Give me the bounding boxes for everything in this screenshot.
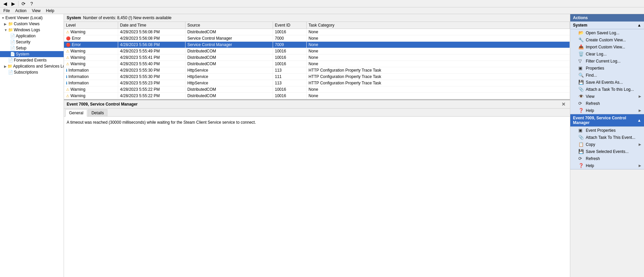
cell-source: DistributedCOM [185,48,273,54]
action-clear-log[interactable]: 🗑️ Clear Log... [570,50,644,57]
events-section: Level Date and Time Source Event ID Task… [64,22,570,100]
level-icon: ⚠ [66,30,69,34]
action-find[interactable]: 🔍 Find... [570,72,644,79]
cell-level: ⚠ Warning [64,48,118,54]
attach-task-log-icon: 📎 [578,87,584,92]
actions-section-event-header[interactable]: Event 7009, Service Control Manager ▲ [570,114,644,127]
help-toolbar-button[interactable]: ? [28,0,35,7]
sidebar-label: Application [16,34,36,38]
action-open-saved-log[interactable]: 📂 Open Saved Log... [570,29,644,36]
level-icon: ℹ [66,68,67,72]
action-save-all-events[interactable]: 💾 Save All Events As... [570,79,644,86]
action-view[interactable]: 👁️ View ▶ [570,93,644,100]
action-copy[interactable]: 📋 Copy ▶ [570,141,644,148]
actions-section-event-label: Event 7009, Service Control Manager [573,116,637,125]
table-row[interactable]: ⚠ Warning 4/28/2023 5:55:49 PM Distribut… [64,48,570,54]
content-area: System Number of events: 8,450 (!) New e… [64,14,570,277]
sidebar-doc-icon: 📄 [10,46,15,50]
action-event-properties[interactable]: ▣ Event Properties [570,127,644,134]
table-row[interactable]: 🔴 Error 4/28/2023 5:56:08 PM Service Con… [64,35,570,42]
cell-source: HttpService [185,80,273,86]
sidebar-item-setup[interactable]: 📄 Setup [0,45,64,51]
view-menu[interactable]: View [29,8,43,14]
col-datetime[interactable]: Date and Time [118,22,185,29]
back-button[interactable]: ◀ [1,0,9,7]
sidebar: ▼ Event Viewer (Local) ▶ 📁 Custom Views … [0,14,64,277]
sidebar-item-windows-logs[interactable]: ▼ 📁 Windows Logs [0,27,64,33]
action-properties[interactable]: ▣ Properties [570,65,644,72]
action-help-event[interactable]: ❓ Help ▶ [570,162,644,169]
table-row[interactable]: 🔴 Error 4/28/2023 5:56:08 PM Service Con… [64,42,570,48]
cell-source: DistributedCOM [185,54,273,61]
sidebar-label: Applications and Services Lo... [13,64,64,69]
sidebar-label: Windows Logs [14,28,40,32]
actions-section-system-header[interactable]: System ▲ [570,22,644,29]
table-row[interactable]: ℹ Information 4/28/2023 5:55:30 PM HttpS… [64,74,570,80]
cell-level: ℹ Information [64,67,118,74]
tab-general[interactable]: General [65,109,87,117]
file-menu[interactable]: File [1,8,12,14]
detail-close-button[interactable]: ✕ [560,101,567,107]
sidebar-item-application[interactable]: 📄 Application [0,33,64,39]
help-menu[interactable]: Help [43,8,57,14]
col-eventid[interactable]: Event ID [273,22,306,29]
refresh-system-icon: ⟳ [578,101,584,106]
action-import-custom-view[interactable]: 📥 Import Custom View... [570,43,644,50]
cell-level: ℹ Information [64,80,118,86]
find-icon: 🔍 [578,73,584,78]
action-attach-task-event[interactable]: 📎 Attach Task To This Event... [570,134,644,141]
tab-details[interactable]: Details [88,109,108,116]
table-row[interactable]: ℹ Information 4/28/2023 5:55:30 PM HttpS… [64,67,570,74]
cell-source: DistributedCOM [185,61,273,67]
col-source[interactable]: Source [185,22,273,29]
action-filter-current-log[interactable]: ▽ Filter Current Log... [570,57,644,65]
action-create-custom-view[interactable]: 🔧 Create Custom View... [570,36,644,43]
events-table: Level Date and Time Source Event ID Task… [64,22,570,99]
attach-task-event-icon: 📎 [578,135,584,140]
detail-title: Event 7009, Service Control Manager [67,102,138,107]
col-taskcategory[interactable]: Task Category [306,22,570,29]
actions-section-event: Event 7009, Service Control Manager ▲ ▣ … [570,114,644,169]
help-event-icon: ❓ [578,163,584,168]
level-icon: ℹ [66,75,67,79]
cell-datetime: 4/28/2023 5:56:08 PM [118,35,185,42]
cell-taskcategory: None [306,93,570,99]
actions-section-system: System ▲ 📂 Open Saved Log... 🔧 Create Cu… [570,22,644,114]
refresh-toolbar-button[interactable]: ⟳ [20,0,27,7]
sidebar-item-event-viewer[interactable]: ▼ Event Viewer (Local) [0,15,64,21]
table-row[interactable]: ℹ Information 4/28/2023 5:55:23 PM HttpS… [64,80,570,86]
cell-source: HttpService [185,67,273,74]
action-refresh-event[interactable]: ⟳ Refresh [570,155,644,162]
action-label: Save Selected Events... [586,149,629,154]
table-row[interactable]: ⚠ Warning 4/28/2023 5:55:41 PM Distribut… [64,54,570,61]
forward-button[interactable]: ▶ [9,0,17,7]
cell-eventid: 7000 [273,35,306,42]
sidebar-item-system[interactable]: 📄 System [0,51,64,57]
sidebar-item-subscriptions[interactable]: 📄 Subscriptions [0,69,64,75]
events-table-container[interactable]: Level Date and Time Source Event ID Task… [64,22,570,99]
submenu-arrow-icon: ▶ [639,143,641,146]
table-row[interactable]: ⚠ Warning 4/28/2023 5:55:22 PM Distribut… [64,93,570,99]
sidebar-item-security[interactable]: 📄 Security [0,39,64,45]
sidebar-label: Custom Views [14,22,39,26]
sidebar-item-applications-services[interactable]: ▶ 📁 Applications and Services Lo... [0,63,64,69]
table-row[interactable]: ⚠ Warning 4/28/2023 5:56:08 PM Distribut… [64,29,570,35]
action-attach-task-log[interactable]: 📎 Attach a Task To this Log... [570,86,644,93]
table-row[interactable]: ⚠ Warning 4/28/2023 5:55:22 PM Distribut… [64,86,570,93]
action-label: Attach Task To This Event... [586,135,635,140]
col-level[interactable]: Level [64,22,118,29]
sidebar-item-custom-views[interactable]: ▶ 📁 Custom Views [0,21,64,27]
sidebar-item-forwarded-events[interactable]: 📄 Forwarded Events [0,57,64,63]
action-help-system[interactable]: ❓ Help ▶ [570,107,644,114]
table-row[interactable]: ⚠ Warning 4/28/2023 5:55:40 PM Distribut… [64,61,570,67]
submenu-arrow-icon: ▶ [639,94,641,98]
action-menu[interactable]: Action [12,8,29,14]
sidebar-label: Event Viewer (Local) [5,15,43,20]
action-label: Create Custom View... [586,38,626,42]
detail-section: Event 7009, Service Control Manager ✕ Ge… [64,100,570,277]
action-label: Event Properties [586,128,616,133]
action-refresh-system[interactable]: ⟳ Refresh [570,100,644,107]
action-save-selected-events[interactable]: 💾 Save Selected Events... [570,148,644,155]
action-label: Attach a Task To this Log... [586,87,634,92]
cell-source: DistributedCOM [185,93,273,99]
